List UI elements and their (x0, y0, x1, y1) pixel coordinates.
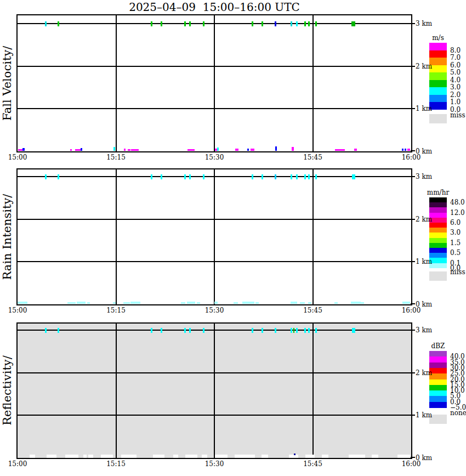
time-tick-label: 15:15 (106, 460, 126, 468)
data-mark-3km (308, 328, 310, 333)
data-mark-3km (308, 174, 310, 179)
data-mark-surface (291, 302, 297, 304)
data-gap-surface (153, 455, 165, 458)
data-mark-3km (308, 21, 310, 26)
km-tick (411, 330, 415, 331)
data-mark-3km (58, 21, 59, 26)
colorbar-title: mm/hr (424, 189, 452, 196)
gridline-horizontal (18, 415, 411, 416)
data-mark-3km (262, 21, 263, 26)
data-mark-surface (308, 302, 311, 304)
data-mark-surface (128, 149, 130, 151)
colorbar-extra-label: none (450, 409, 466, 417)
panel-reflectivity (16, 322, 412, 459)
data-mark-3km (184, 328, 186, 333)
data-mark-3km (291, 174, 292, 179)
gridline-horizontal (18, 66, 411, 67)
time-tick-label: 15:30 (204, 307, 224, 314)
gridline-horizontal (18, 108, 411, 109)
time-tick-label: 15:45 (303, 460, 323, 468)
data-mark-3km (262, 174, 263, 179)
colorbar-tick-label: 48.0 (450, 199, 465, 206)
data-mark-surface (113, 147, 115, 151)
data-mark-surface (334, 302, 338, 304)
data-mark-surface (405, 149, 406, 151)
data-gap-surface (185, 455, 197, 458)
data-mark-3km (275, 174, 276, 179)
data-gap-surface (121, 455, 137, 458)
data-mark-3km (203, 328, 204, 333)
data-gap-surface (83, 455, 87, 458)
km-tick (411, 219, 415, 220)
colorbar-tick-label: 6.0 (450, 219, 461, 226)
km-tick (411, 457, 415, 458)
panel-rain-intensity (16, 168, 412, 305)
data-mark-3km (315, 174, 317, 179)
km-tick (411, 415, 415, 416)
time-tick-label: 16:00 (401, 154, 421, 161)
km-tick-label: 3 km (416, 326, 432, 334)
data-mark-surface (361, 302, 364, 304)
data-gap-surface (397, 455, 410, 458)
colorbar-tick-label: 3.0 (450, 229, 461, 236)
ylabel-rain-intensity: Rain Intensity/ (1, 171, 14, 303)
colorbar-tick-label: 1.5 (450, 239, 461, 247)
data-mark-3km (184, 174, 186, 179)
colorbar-block (429, 390, 447, 396)
data-gap-surface (215, 455, 228, 458)
data-mark-surface (351, 302, 361, 304)
data-mark-surface (81, 148, 82, 151)
time-tick-label: 15:00 (8, 307, 27, 314)
colorbar-block (429, 72, 447, 80)
data-gap-surface (322, 455, 328, 458)
gridline-vertical (116, 15, 117, 151)
colorbar-title: dBZ (424, 342, 452, 350)
colorbar-block (429, 80, 447, 88)
data-mark-3km (45, 21, 47, 26)
data-mark-surface (407, 149, 410, 151)
ylabel-reflectivity: Reflectivity/ (1, 325, 14, 456)
data-mark-surface (275, 146, 277, 151)
data-mark-surface (402, 149, 404, 151)
time-tick-label: 15:45 (303, 154, 323, 161)
km-tick-label: 1 km (416, 411, 432, 419)
colorbar-block (429, 385, 447, 391)
data-mark-3km (58, 174, 59, 179)
data-mark-surface (187, 302, 196, 304)
colorbar-tick-label: 1.0 (450, 98, 461, 106)
data-mark-3km (151, 328, 152, 333)
data-mark-surface (77, 302, 86, 304)
data-mark-surface (354, 149, 357, 151)
data-gap-surface (235, 455, 255, 458)
data-mark-surface (113, 302, 116, 304)
time-tick-label: 16:00 (401, 460, 421, 468)
data-mark-surface (247, 149, 249, 151)
data-mark-3km (315, 328, 317, 333)
data-mark-surface (300, 302, 305, 304)
data-mark-surface (181, 302, 185, 304)
data-gap-surface (372, 455, 378, 458)
data-mark-surface (217, 148, 218, 151)
time-tick-label: 15:00 (8, 154, 27, 161)
data-mark-surface (242, 302, 254, 304)
km-tick-label: 2 km (416, 63, 432, 70)
gridline-vertical (312, 324, 314, 458)
data-dot (294, 454, 295, 455)
panel-fall-velocity (16, 14, 412, 152)
data-mark-3km (161, 328, 162, 333)
data-mark-surface (18, 302, 27, 304)
colorbar-title: m/s (424, 34, 452, 42)
data-mark-3km (203, 21, 204, 26)
gridline-vertical (116, 169, 117, 304)
km-tick-label: 3 km (416, 20, 432, 27)
data-mark-3km (189, 21, 191, 26)
gridline-vertical (214, 324, 215, 458)
colorbar-fall-velocity: m/s8.07.06.05.04.03.02.01.00.0miss (429, 43, 447, 136)
km-tick (411, 176, 415, 177)
colorbar-extra-label: miss (450, 268, 465, 276)
data-mark-3km (352, 174, 355, 179)
km-tick-label: 1 km (416, 105, 432, 112)
time-tick-label: 16:00 (401, 307, 421, 314)
data-mark-3km (252, 328, 253, 333)
colorbar-tick-label: 6.0 (450, 61, 461, 69)
